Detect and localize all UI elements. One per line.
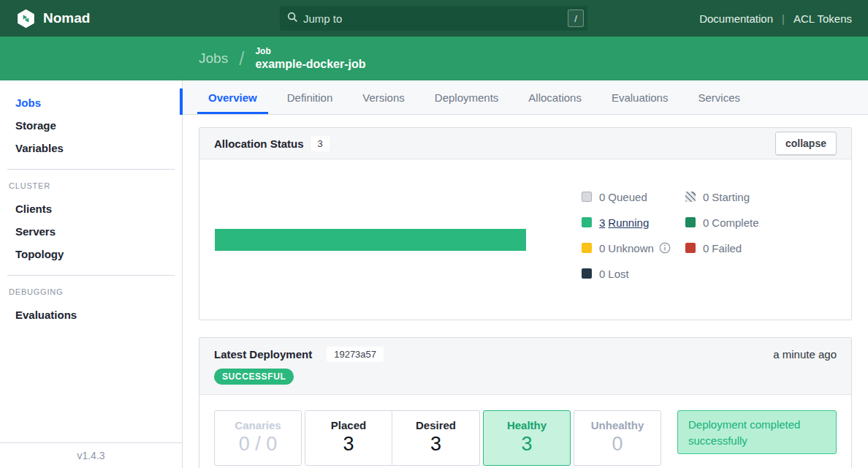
latest-deployment-body: Canaries 0 / 0 Placed 3 Desired 3 (199, 395, 851, 468)
placed-desired-group: Placed 3 Desired 3 (305, 410, 480, 466)
sidebar-item-variables[interactable]: Variables (0, 137, 182, 159)
navbar-links: Documentation | ACL Tokens (699, 0, 852, 37)
sidebar-item-servers[interactable]: Servers (0, 220, 182, 243)
latest-deployment-header: Latest Deployment 19273a57 a minute ago … (199, 338, 851, 395)
failed-swatch-icon (685, 243, 696, 253)
sidebar-item-clients[interactable]: Clients (0, 197, 182, 220)
deployment-status-badge: SUCCESSFUL (214, 369, 294, 385)
brand-label: Nomad (43, 10, 90, 26)
allocation-count-badge: 3 (311, 136, 330, 151)
deployment-message: Deployment completed successfully (677, 410, 837, 454)
metric-label: Canaries (215, 419, 301, 431)
jump-to-search[interactable]: / (280, 6, 587, 31)
metric-value: 3 (392, 434, 479, 456)
tab-deployments[interactable]: Deployments (424, 80, 510, 114)
running-swatch-icon (582, 217, 592, 227)
metric-placed: Placed 3 (305, 410, 392, 466)
breadcrumb-current: Job example-docker-job (255, 46, 365, 71)
legend-label: Unknown (608, 242, 654, 254)
legend-label: Queued (608, 191, 647, 203)
sidebar: Jobs Storage Variables CLUSTER Clients S… (0, 80, 183, 468)
slash-shortcut-badge: / (568, 10, 584, 27)
metric-label: Placed (305, 419, 392, 431)
breadcrumb-jobs-link[interactable]: Jobs (199, 50, 228, 67)
sidebar-item-jobs[interactable]: Jobs (0, 91, 182, 114)
sidebar-divider (7, 275, 175, 276)
deployment-time-ago: a minute ago (773, 348, 837, 361)
metric-value: 0 (574, 434, 660, 456)
link-separator: | (782, 12, 785, 25)
tab-definition[interactable]: Definition (276, 80, 344, 114)
queued-swatch-icon (582, 192, 592, 202)
tab-allocations[interactable]: Allocations (517, 80, 593, 114)
starting-swatch-icon (685, 192, 696, 202)
legend-count: 0 (599, 268, 605, 280)
tab-services[interactable]: Services (687, 80, 751, 114)
top-navbar: Nomad / Documentation | ACL Tokens (0, 0, 868, 37)
main-scroll-area: Allocation Status 3 collapse 0 Queued (183, 115, 868, 468)
metric-value: 0 / 0 (215, 434, 301, 456)
content-area: Overview Definition Versions Deployments… (183, 80, 868, 468)
tab-overview[interactable]: Overview (197, 80, 268, 114)
breadcrumb-slash: / (239, 48, 244, 70)
legend-count: 0 (703, 191, 709, 203)
lost-swatch-icon (582, 268, 592, 279)
sidebar-section-debugging: DEBUGGING (9, 280, 182, 296)
metric-label: Unhealthy (574, 419, 660, 431)
documentation-link[interactable]: Documentation (699, 12, 773, 25)
legend-count: 3 (599, 216, 605, 229)
latest-deployment-panel: Latest Deployment 19273a57 a minute ago … (199, 337, 852, 468)
allocation-chart-body: 0 Queued 0 Starting (199, 159, 851, 320)
metric-desired: Desired 3 (392, 410, 480, 466)
legend-item-starting: 0 Starting (685, 189, 759, 205)
legend-count: 0 (599, 191, 605, 203)
search-icon (287, 12, 298, 26)
breadcrumb-entity-type: Job (255, 46, 365, 56)
sidebar-item-topology[interactable]: Topology (0, 243, 182, 265)
acl-tokens-link[interactable]: ACL Tokens (793, 12, 852, 25)
breadcrumb: Jobs / Job example-docker-job (0, 37, 868, 80)
legend-item-queued: 0 Queued (582, 189, 685, 205)
unknown-swatch-icon (582, 243, 592, 253)
version-label: v1.4.3 (0, 442, 182, 468)
info-icon[interactable] (659, 242, 671, 254)
legend-label: Failed (712, 242, 742, 254)
legend-count: 0 (703, 216, 709, 229)
allocation-status-panel: Allocation Status 3 collapse 0 Queued (199, 127, 852, 320)
breadcrumb-job-name: example-docker-job (255, 57, 365, 71)
legend-item-failed: 0 Failed (685, 240, 759, 256)
latest-deployment-title: Latest Deployment (214, 348, 312, 361)
metric-unhealthy: Unhealthy 0 (574, 410, 661, 466)
deployment-id-badge: 19273a57 (327, 347, 384, 362)
search-input[interactable] (303, 12, 568, 25)
allocation-legend: 0 Queued 0 Starting (582, 189, 759, 282)
sidebar-item-evaluations[interactable]: Evaluations (0, 303, 182, 326)
job-tabs: Overview Definition Versions Deployments… (183, 80, 868, 115)
legend-label: Starting (712, 191, 750, 203)
running-allocations-link[interactable]: 3 Running (599, 216, 649, 229)
nomad-home-link[interactable]: Nomad (16, 9, 90, 29)
metric-value: 3 (305, 434, 392, 456)
tab-evaluations[interactable]: Evaluations (601, 80, 679, 114)
metric-label: Healthy (484, 419, 570, 431)
sidebar-section-cluster: CLUSTER (9, 174, 182, 190)
metric-value: 3 (484, 434, 570, 456)
nomad-logo-icon (16, 9, 36, 29)
legend-count: 0 (703, 242, 709, 254)
collapse-button[interactable]: collapse (775, 132, 837, 155)
complete-swatch-icon (685, 217, 696, 227)
sidebar-divider (7, 169, 175, 170)
legend-item-complete: 0 Complete (685, 214, 759, 230)
legend-item-unknown: 0 Unknown (582, 240, 685, 256)
allocation-status-title: Allocation Status (214, 137, 304, 150)
metric-healthy: Healthy 3 (483, 410, 571, 466)
sidebar-item-storage[interactable]: Storage (0, 114, 182, 137)
metric-canaries: Canaries 0 / 0 (214, 410, 302, 466)
legend-label: Lost (608, 268, 628, 280)
allocation-bar-running[interactable] (215, 229, 526, 251)
legend-item-running: 3 Running (582, 214, 685, 230)
legend-item-lost: 0 Lost (582, 265, 685, 282)
legend-label: Running (608, 216, 649, 229)
legend-label: Complete (712, 216, 758, 229)
tab-versions[interactable]: Versions (351, 80, 416, 114)
